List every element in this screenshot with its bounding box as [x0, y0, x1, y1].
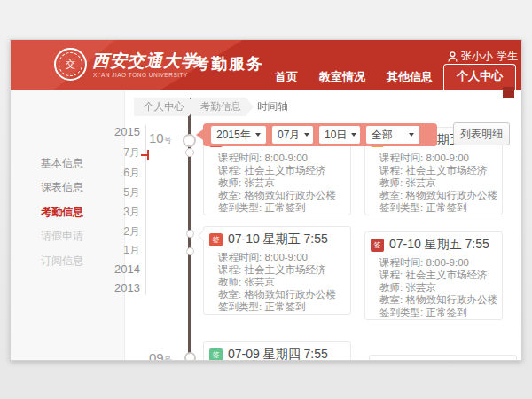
header-corner-decor [503, 87, 514, 98]
scale-axis-line [145, 125, 146, 295]
day-label-10: 10号 [149, 130, 184, 146]
seal-icon: 签 [209, 348, 223, 362]
university-name-en: XI'AN JIAO TONG UNIVERSITY [93, 72, 188, 78]
card-line: 课程时间: 8:00-9:00 [379, 152, 495, 164]
card-line: 教师: 张芸京 [379, 176, 495, 189]
type-select[interactable]: 全部 [366, 126, 419, 144]
scale-month-jul[interactable]: 7月 [123, 145, 140, 160]
scale-month-may[interactable]: 5月 [123, 185, 140, 200]
card-line: 课程时间: 8:00-9:00 [218, 152, 343, 164]
user-role: 学生 [497, 49, 518, 64]
person-icon [448, 51, 458, 62]
chevron-down-icon [304, 133, 309, 137]
timeline-dot-large [184, 352, 196, 361]
scale-month-jan[interactable]: 1月 [123, 243, 140, 258]
year-select[interactable]: 2015年 [211, 126, 266, 144]
attendance-card[interactable]: 签 07-10 星期五 7:55 课程时间: 8:00-9:00 课程: 社会主… [364, 231, 503, 320]
day-label-09: 09号 [149, 350, 184, 361]
timeline-dot [186, 247, 194, 255]
card-line: 教师: 张芸京 [379, 281, 495, 293]
user-menu[interactable]: 张小小 学生 [448, 49, 518, 64]
attendance-card[interactable]: 签 07-09 星期四 7:55 [203, 341, 351, 361]
attendance-app-window: 交 西安交通大学 XI'AN JIAO TONG UNIVERSITY 考勤服务… [10, 39, 522, 361]
card-line: 课程时间: 8:00-9:00 [218, 251, 343, 263]
card-line: 教室: 格物致知行政办公楼 [218, 189, 343, 201]
attendance-card[interactable]: 签 07-10 星期五 7:55 课程时间: 8:00-9:00 课程: 社会主… [203, 226, 351, 315]
filter-bar-tail [196, 129, 203, 140]
nav-other-info[interactable]: 其他信息 [376, 66, 443, 90]
scale-month-feb[interactable]: 2月 [123, 224, 140, 239]
scale-month-mar[interactable]: 3月 [123, 205, 140, 220]
sidebar-item-leave-request[interactable]: 请假申请 [41, 229, 83, 244]
timeline-dot [185, 148, 194, 157]
app-header: 交 西安交通大学 XI'AN JIAO TONG UNIVERSITY 考勤服务… [11, 40, 522, 90]
sidebar-item-basic-info[interactable]: 基本信息 [41, 156, 83, 171]
card-line: 签到类型: 正常签到 [218, 301, 343, 313]
card-line: 课程: 社会主义市场经济 [218, 164, 343, 176]
card-line: 教室: 格物致知行政办公楼 [379, 189, 495, 201]
card-line: 教室: 格物致知行政办公楼 [379, 293, 495, 306]
card-line: 课程: 社会主义市场经济 [379, 164, 495, 176]
sidebar-item-schedule-info[interactable]: 课表信息 [41, 180, 83, 195]
day-select[interactable]: 10日 [319, 126, 360, 144]
university-logo: 交 [54, 48, 87, 81]
chevron-down-icon [409, 133, 414, 137]
filter-bar: 2015年 07月 10日 全部 [203, 123, 437, 146]
card-line: 教室: 格物致知行政办公楼 [218, 288, 343, 301]
month-select[interactable]: 07月 [272, 126, 313, 144]
card-line: 课程: 社会主义市场经济 [379, 269, 495, 281]
scale-year-2014[interactable]: 2014 [114, 262, 140, 276]
day-select-value: 10日 [325, 128, 347, 143]
list-detail-button[interactable]: 列表明细 [453, 122, 510, 145]
month-select-value: 07月 [278, 128, 300, 143]
card-line: 教师: 张芸京 [218, 276, 343, 288]
day-unit: 号 [164, 136, 172, 145]
day-number: 09 [149, 350, 164, 361]
chevron-down-icon [351, 133, 356, 137]
main-nav: 首页 教室情况 其他信息 个人中心 [264, 69, 516, 90]
card-line: 课程: 社会主义市场经济 [218, 263, 343, 276]
nav-classrooms[interactable]: 教室情况 [309, 66, 376, 90]
card-line: 签到类型: 正常签到 [218, 201, 343, 214]
desktop-background: 交 西安交通大学 XI'AN JIAO TONG UNIVERSITY 考勤服务… [0, 0, 532, 399]
nav-home[interactable]: 首页 [264, 66, 309, 90]
day-unit: 号 [164, 356, 172, 361]
attendance-card-clipped[interactable] [369, 355, 517, 361]
chevron-down-icon [255, 133, 261, 137]
scale-month-jun[interactable]: 6月 [123, 166, 140, 181]
sidebar-item-subscription-info[interactable]: 订阅信息 [41, 254, 83, 269]
breadcrumb-attendance-info[interactable]: 考勤信息 [191, 98, 254, 116]
university-name-cn: 西安交通大学 [92, 50, 199, 73]
card-line: 签到类型: 正常签到 [379, 306, 495, 318]
sidebar-item-attendance-info[interactable]: 考勤信息 [41, 205, 83, 220]
breadcrumb-personal-center[interactable]: 个人中心 [134, 98, 197, 116]
card-title: 07-09 星期四 7:55 [228, 347, 328, 361]
scale-year-2013[interactable]: 2013 [114, 281, 140, 294]
timeline-dot [186, 230, 194, 238]
user-name: 张小小 [461, 49, 493, 64]
breadcrumb-timeline[interactable]: 时间轴 [247, 98, 301, 116]
type-select-value: 全部 [372, 128, 393, 143]
sidebar: 基本信息 课表信息 考勤信息 请假申请 订阅信息 [11, 90, 125, 361]
card-line: 教师: 张芸京 [218, 176, 343, 189]
card-line: 课程时间: 8:00-9:00 [379, 256, 495, 269]
university-logo-emblem: 交 [59, 52, 82, 76]
card-title: 07-10 星期五 7:55 [389, 237, 489, 253]
timeline-dot-large [183, 134, 196, 147]
day-number: 10 [149, 130, 164, 145]
seal-icon: 签 [371, 239, 384, 252]
card-title: 07-10 星期五 7:55 [228, 231, 328, 247]
scale-year-2015[interactable]: 2015 [114, 125, 140, 138]
app-title: 考勤服务 [193, 53, 264, 74]
card-line: 签到类型: 正常签到 [379, 201, 495, 214]
year-select-value: 2015年 [216, 128, 251, 143]
seal-icon: 签 [209, 233, 223, 246]
current-month-marker-bar [147, 150, 149, 160]
